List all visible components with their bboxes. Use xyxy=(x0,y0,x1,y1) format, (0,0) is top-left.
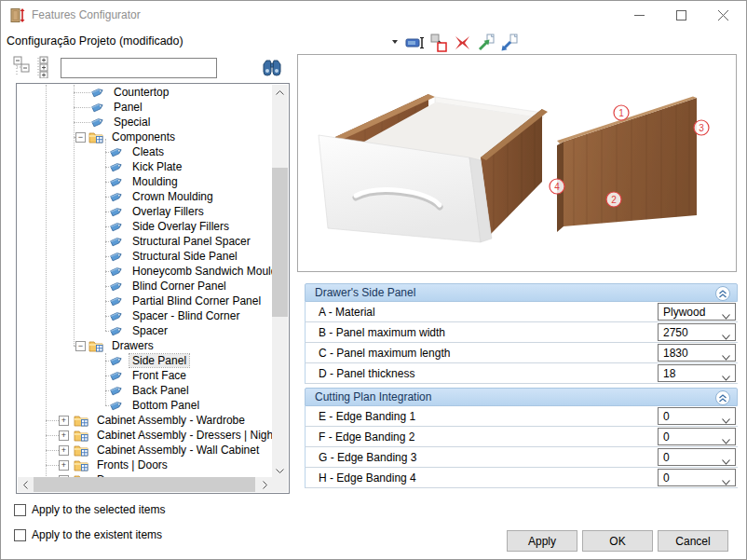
tree-item-bottom-panel[interactable]: Bottom Panel xyxy=(18,398,272,413)
tree-item-structural-panel-spacer[interactable]: Structural Panel Spacer xyxy=(18,234,272,249)
property-label: H - Edge Banding 4 xyxy=(319,471,416,485)
maximize-button[interactable] xyxy=(660,1,702,29)
tree-item-label: Moulding xyxy=(129,175,181,188)
property-dropdown[interactable]: 18 xyxy=(658,364,736,382)
apply-selected-checkbox[interactable] xyxy=(14,504,26,516)
cancel-button[interactable]: Cancel xyxy=(658,530,728,552)
tree-item-label: Drawers xyxy=(109,339,156,352)
apply-existent-checkbox-row: Apply to the existent items xyxy=(14,528,162,541)
tree-item-honeycomb-sandwich-moulding[interactable]: Honeycomb Sandwich Moulding xyxy=(18,264,272,279)
tree-connector xyxy=(74,107,90,108)
tree-item-special[interactable]: Special xyxy=(18,115,272,130)
tree-item-moulding[interactable]: Moulding xyxy=(18,174,272,189)
tree-item-overlay-fillers[interactable]: Overlay Fillers xyxy=(18,204,272,219)
tree-horizontal-scrollbar[interactable] xyxy=(18,477,272,492)
tree-item-components[interactable]: −Components xyxy=(18,130,272,144)
apply-selected-checkbox-row: Apply to the selected items xyxy=(14,503,165,516)
property-dropdown[interactable]: 0 xyxy=(658,428,736,445)
tree-item-label: Back Panel xyxy=(129,384,192,397)
rename-icon[interactable] xyxy=(405,33,426,52)
tree-item-cabinet-assembly-dressers-nightstand[interactable]: +Cabinet Assembly - Dressers | Nightstan… xyxy=(18,428,272,443)
tree-item-cabinet-assembly-wardrobe[interactable]: +Cabinet Assembly - Wardrobe xyxy=(18,413,272,428)
tree-vertical-scrollbar[interactable] xyxy=(272,85,288,478)
tree-item-blind-corner-panel[interactable]: Blind Corner Panel xyxy=(18,279,272,294)
dropdown-value: 0 xyxy=(663,430,670,444)
dropdown-value: 18 xyxy=(663,367,675,380)
collapse-all-icon[interactable] xyxy=(13,56,32,78)
apply-button[interactable]: Apply xyxy=(507,530,577,552)
scrollbar-thumb[interactable] xyxy=(272,168,288,317)
apply-existent-checkbox[interactable] xyxy=(14,529,26,541)
tree-item-cabinet-assembly-wall-cabinet[interactable]: +Cabinet Assembly - Wall Cabinet xyxy=(18,443,272,458)
tag-icon xyxy=(90,101,105,114)
app-icon xyxy=(10,7,26,23)
chevron-down-icon[interactable] xyxy=(390,38,400,46)
expand-node-icon[interactable]: + xyxy=(59,460,69,471)
tree-item-label: Spacer xyxy=(129,324,170,337)
tree-item-label: Overlay Fillers xyxy=(129,205,207,218)
tree-item-countertop[interactable]: Countertop xyxy=(18,85,272,100)
property-dropdown[interactable]: 0 xyxy=(658,448,736,466)
tree-item-label: Cabinet Assembly - Wall Cabinet xyxy=(94,444,262,457)
expand-node-icon[interactable]: + xyxy=(59,416,69,426)
svg-text:3: 3 xyxy=(699,123,704,133)
collapse-node-icon[interactable]: − xyxy=(75,341,86,351)
scroll-right-icon[interactable] xyxy=(257,477,272,492)
property-row: F - Edge Banding 20 xyxy=(305,427,738,447)
scroll-left-icon[interactable] xyxy=(18,477,33,492)
tree-item-kick-plate[interactable]: Kick Plate xyxy=(18,159,272,174)
window-title: Features Configurator xyxy=(32,8,141,21)
tree-item-drawers[interactable]: −Drawers xyxy=(18,338,272,353)
tree-item-fronts-doors[interactable]: +Fronts | Doors xyxy=(18,458,272,472)
svg-text:1: 1 xyxy=(618,108,624,118)
tree-item-label: Spacer - Blind Corner xyxy=(129,309,242,322)
tree-item-cleats[interactable]: Cleats xyxy=(18,144,272,159)
scroll-down-icon[interactable] xyxy=(272,463,288,478)
tree-item-label: Kick Plate xyxy=(129,160,184,173)
feature-tree: CountertopPanelSpecial−ComponentsCleatsK… xyxy=(16,83,290,494)
collapse-section-icon[interactable] xyxy=(715,390,730,405)
tree-connector xyxy=(46,450,59,451)
export-icon[interactable] xyxy=(475,33,496,52)
property-dropdown[interactable]: 0 xyxy=(658,469,736,486)
tree-item-crown-moulding[interactable]: Crown Moulding xyxy=(18,189,272,204)
tree-item-front-face[interactable]: Front Face xyxy=(18,368,272,383)
tree-item-label: Cleats xyxy=(129,145,167,158)
tree-item-partial-blind-corner-panel[interactable]: Partial Blind Corner Panel xyxy=(18,294,272,308)
tree-item-side-panel[interactable]: Side Panel xyxy=(18,353,272,368)
apply-existent-label: Apply to the existent items xyxy=(32,528,162,541)
property-dropdown[interactable]: Plywood xyxy=(658,303,736,321)
expand-all-icon[interactable] xyxy=(34,56,53,78)
scroll-up-icon[interactable] xyxy=(272,85,288,100)
copy-configuration-icon[interactable] xyxy=(428,33,449,52)
tree-connector xyxy=(46,465,59,466)
collapse-node-icon[interactable]: − xyxy=(75,132,86,143)
ok-button[interactable]: OK xyxy=(582,530,653,552)
find-binoculars-icon[interactable] xyxy=(262,58,282,76)
minimize-button[interactable] xyxy=(618,1,660,29)
configuration-select[interactable]: Configuração Projeto (modificado) xyxy=(7,34,183,48)
close-button[interactable] xyxy=(702,1,744,29)
tree-item-spacer-blind-corner[interactable]: Spacer - Blind Corner xyxy=(18,308,272,323)
section-header-0: Drawer's Side Panel xyxy=(305,283,738,302)
tree-item-panel[interactable]: Panel xyxy=(18,100,272,115)
tree-item-structural-side-panel[interactable]: Structural Side Panel xyxy=(18,249,272,264)
tree-item-spacer[interactable]: Spacer xyxy=(18,323,272,338)
delete-icon[interactable] xyxy=(452,33,472,52)
scrollbar-corner xyxy=(272,477,288,492)
collapse-section-icon[interactable] xyxy=(715,286,730,301)
property-dropdown[interactable]: 2750 xyxy=(658,323,736,341)
property-dropdown[interactable]: 1830 xyxy=(658,344,736,362)
expand-node-icon[interactable]: + xyxy=(59,445,69,456)
preview-3d-panel: 1234 xyxy=(297,54,737,272)
tree-item-side-overlay-fillers[interactable]: Side Overlay Fillers xyxy=(18,219,272,234)
tree-item-back-panel[interactable]: Back Panel xyxy=(18,383,272,398)
tag-icon xyxy=(109,369,124,382)
expand-node-icon[interactable]: + xyxy=(59,430,69,441)
property-dropdown[interactable]: 0 xyxy=(658,407,736,425)
search-input[interactable] xyxy=(61,58,217,78)
scrollbar-thumb[interactable] xyxy=(34,477,255,492)
chevron-down-icon xyxy=(722,434,730,447)
import-icon[interactable] xyxy=(498,33,519,52)
tag-icon xyxy=(109,175,124,188)
